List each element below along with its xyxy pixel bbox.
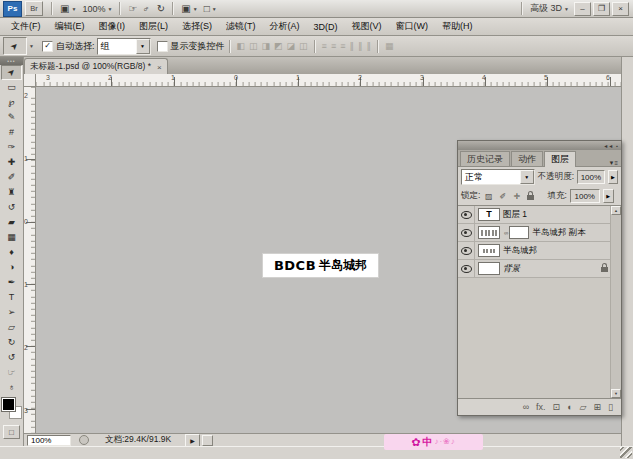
type-tool[interactable]: T [1, 290, 22, 305]
menu-help[interactable]: 帮助(H) [435, 18, 480, 35]
menu-view[interactable]: 视图(V) [345, 18, 389, 35]
menu-image[interactable]: 图像(I) [92, 18, 133, 35]
resize-grip[interactable] [620, 447, 632, 458]
foreground-color-swatch[interactable] [2, 398, 15, 411]
quick-mask-button[interactable]: □ [3, 425, 20, 439]
tab-close-icon[interactable]: × [157, 63, 162, 72]
opacity-arrow-icon[interactable]: ▶ [608, 170, 618, 184]
history-brush-tool[interactable]: ↺ [1, 200, 22, 215]
crop-tool[interactable]: # [1, 125, 22, 140]
shape-tool[interactable]: ▱ [1, 320, 22, 335]
distribute-button-4[interactable]: ∥ [358, 41, 363, 51]
fill-arrow-icon[interactable]: ▶ [603, 189, 614, 203]
distribute-button-0[interactable]: ≡ [322, 41, 327, 51]
rectangular-marquee-tool[interactable]: ▭ [1, 80, 22, 95]
layer-name[interactable]: 背景 [503, 263, 520, 275]
auto-select-checkbox[interactable]: ✓ [42, 41, 53, 52]
launch-bridge-button[interactable]: Br [25, 1, 43, 16]
distribute-button-1[interactable]: ≡ [331, 41, 336, 51]
hand-tool-button[interactable]: ☞ [125, 2, 140, 16]
status-info-arrow[interactable]: ▶ [185, 434, 200, 447]
arrange-documents-button[interactable]: ▣ ▼ [178, 2, 200, 16]
collapse-panels-icon[interactable]: ◄◄ [603, 143, 613, 149]
zoom-tool[interactable]: ♁ [1, 380, 22, 395]
canvas-logo-artwork[interactable]: BDCB 半岛城邦 [262, 253, 379, 278]
layer-row[interactable]: 背景 [458, 260, 621, 278]
path-selection-tool[interactable]: ➢ [1, 305, 22, 320]
visibility-toggle[interactable] [458, 206, 475, 223]
healing-brush-tool[interactable]: ✚ [1, 155, 22, 170]
lock-transparency-button[interactable]: ▨ [483, 190, 494, 202]
layers-scrollbar[interactable]: ▲ ▼ [610, 206, 621, 398]
horizontal-ruler[interactable]: 3210123456 [36, 74, 621, 87]
opacity-value[interactable]: 100% [577, 170, 605, 184]
zoom-level-control[interactable]: 100% ▼ [79, 2, 115, 16]
menu-analysis[interactable]: 分析(A) [263, 18, 307, 35]
status-zoom-input[interactable]: 100% [27, 435, 71, 446]
eyedropper-tool[interactable]: ✑ [1, 140, 22, 155]
distribute-button-3[interactable]: ∥ [349, 41, 354, 51]
show-transform-checkbox[interactable] [157, 41, 168, 52]
menu-select[interactable]: 选择(S) [175, 18, 219, 35]
gradient-tool[interactable]: ▦ [1, 230, 22, 245]
view-extras-button[interactable]: ▣ ▼ [57, 2, 79, 16]
panel-tab-history[interactable]: 历史记录 [460, 151, 510, 166]
rotate-view-button[interactable]: ↻ [154, 2, 168, 16]
align-button-1[interactable]: ◫ [249, 41, 258, 51]
eraser-tool[interactable]: ▰ [1, 215, 22, 230]
align-button-5[interactable]: ◫ [299, 41, 308, 51]
3d-rotate-tool[interactable]: ↻ [1, 335, 22, 350]
workspace-switcher[interactable]: 高级 3D ▼ [527, 2, 572, 16]
document-tab[interactable]: 未标题-1.psd @ 100%(RGB/8) * × [24, 58, 168, 75]
hand-tool[interactable]: ☞ [1, 365, 22, 380]
move-tool[interactable]: ➤ [1, 65, 22, 80]
layer-thumbnail[interactable]: T [478, 208, 500, 221]
menu-3d[interactable]: 3D(D) [307, 20, 345, 34]
lock-position-button[interactable]: ✛ [511, 190, 522, 202]
visibility-toggle[interactable] [458, 260, 475, 277]
restore-button[interactable]: ❐ [593, 2, 610, 16]
menu-filter[interactable]: 滤镜(T) [219, 18, 263, 35]
panel-header[interactable]: ◄◄ ▪ [458, 141, 621, 150]
align-button-3[interactable]: ◩ [274, 41, 283, 51]
layer-name[interactable]: 半岛城邦 副本 [532, 227, 585, 239]
lock-image-button[interactable]: ✐ [497, 190, 508, 202]
screen-mode-button[interactable]: □ ▼ [201, 2, 220, 16]
auto-select-dropdown[interactable]: 组 ▼ [97, 38, 151, 55]
menu-window[interactable]: 窗口(W) [389, 18, 436, 35]
layer-name[interactable]: 半岛城邦 [503, 245, 537, 257]
vertical-ruler[interactable]: 210123 [23, 87, 36, 433]
dodge-tool[interactable]: ◑ [1, 260, 22, 275]
quick-selection-tool[interactable]: ✎ [1, 110, 22, 125]
link-layers-button[interactable]: ∞ [523, 403, 529, 412]
3d-orbit-tool[interactable]: ↺ [1, 350, 22, 365]
new-layer-button[interactable]: ⊞ [594, 403, 602, 412]
new-group-button[interactable]: ▱ [580, 403, 587, 412]
layer-thumbnail[interactable] [478, 226, 500, 239]
close-button[interactable]: × [612, 2, 629, 16]
layer-row[interactable]: 半岛城邦 [458, 242, 621, 260]
panel-tab-actions[interactable]: 动作 [511, 151, 543, 166]
clone-stamp-tool[interactable]: ♜ [1, 185, 22, 200]
lock-all-button[interactable] [525, 190, 536, 202]
pen-tool[interactable]: ✒ [1, 275, 22, 290]
distribute-button-2[interactable]: ≡ [340, 41, 345, 51]
align-button-2[interactable]: ◨ [262, 41, 271, 51]
blur-tool[interactable]: ♦ [1, 245, 22, 260]
panel-menu-icon[interactable]: ▼≡ [609, 160, 618, 166]
visibility-toggle[interactable] [458, 224, 475, 241]
layer-name[interactable]: 图层 1 [503, 209, 527, 221]
brush-tool[interactable]: ✐ [1, 170, 22, 185]
new-adjustment-layer-button[interactable]: ◐ [567, 403, 572, 412]
panel-tab-layers[interactable]: 图层 [544, 151, 576, 167]
layer-thumbnail[interactable] [478, 244, 500, 257]
menu-file[interactable]: 文件(F) [4, 18, 48, 35]
delete-layer-button[interactable]: ▯ [608, 403, 613, 412]
scroll-up-icon[interactable]: ▲ [611, 206, 621, 215]
scroll-down-icon[interactable]: ▼ [611, 389, 621, 398]
layer-mask-thumbnail[interactable] [509, 226, 529, 239]
toolbox-grip[interactable]: ••• [0, 57, 23, 65]
layer-style-button[interactable]: fx. [536, 403, 546, 412]
ruler-corner[interactable] [23, 74, 36, 87]
layer-row[interactable]: T 图层 1 [458, 206, 621, 224]
